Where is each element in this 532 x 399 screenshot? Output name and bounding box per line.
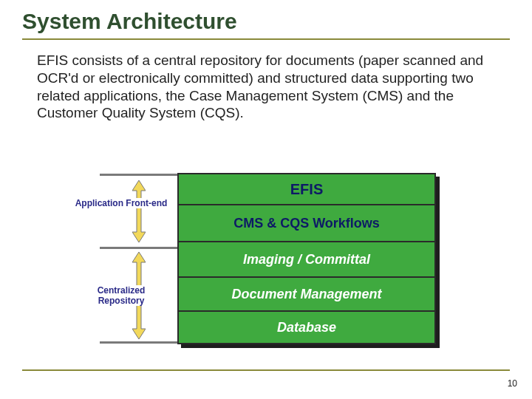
diagram-left-label-top: Application Front-end [73, 198, 169, 208]
stack-row-docmgmt: Document Management [179, 276, 434, 310]
diagram-stack: EFIS CMS & CQS Workflows Imaging / Commi… [177, 173, 436, 344]
stack-row-imaging: Imaging / Committal [179, 241, 434, 276]
stack-row-efis: EFIS [179, 174, 434, 204]
page-number: 10 [508, 378, 517, 389]
architecture-diagram: Application Front-end Centralized Reposi… [100, 166, 440, 351]
diagram-left-label-bottom: Centralized Repository [73, 285, 169, 306]
bottom-divider [22, 369, 510, 371]
body-text: EFIS consists of a central repository fo… [37, 52, 502, 122]
title-divider [22, 38, 510, 40]
svg-marker-0 [132, 180, 146, 242]
page-title: System Architecture [22, 9, 510, 34]
diagram-left-column: Application Front-end Centralized Reposi… [100, 174, 177, 344]
stack-row-workflows: CMS & CQS Workflows [179, 204, 434, 241]
slide: System Architecture EFIS consists of a c… [0, 0, 532, 399]
double-arrow-icon [132, 180, 146, 242]
stack-row-database: Database [179, 310, 434, 343]
diagram-left-divider [100, 247, 177, 249]
